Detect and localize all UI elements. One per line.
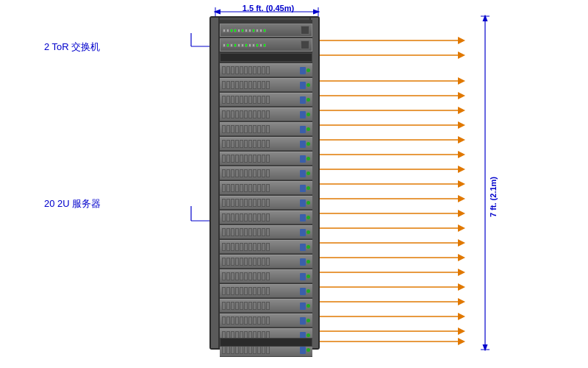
server-unit: [220, 225, 312, 239]
server-unit: [220, 152, 312, 166]
rack-inner-panel: [220, 20, 312, 349]
server-unit: [220, 166, 312, 180]
server-unit: [220, 181, 312, 195]
rack-body: [209, 16, 320, 350]
server-unit: [220, 196, 312, 210]
tor-switch-1: [220, 24, 312, 37]
rack-rail-left: [211, 18, 220, 348]
server-unit: [220, 240, 312, 254]
tor-switch-2: [220, 38, 312, 52]
diagram-container: 1.5 ft. (0.45m) 2 ToR 交换机 20 2U 服务器 7 ft…: [0, 0, 588, 368]
server-unit: [220, 314, 312, 328]
height-dimension-label: 7 ft. (2.1m): [489, 177, 498, 217]
server-unit: [220, 63, 312, 77]
server-unit: [220, 93, 312, 107]
server-unit: [220, 284, 312, 298]
patch-panel: [220, 53, 312, 62]
width-dimension-label: 1.5 ft. (0.45m): [217, 4, 320, 13]
server-unit: [220, 122, 312, 136]
server-label: 20 2U 服务器: [44, 197, 101, 210]
server-unit: [220, 78, 312, 92]
server-unit: [220, 107, 312, 121]
tor-switch-label: 2 ToR 交换机: [44, 40, 100, 54]
server-unit: [220, 255, 312, 269]
server-stack: [220, 63, 312, 357]
server-unit: [220, 210, 312, 224]
server-unit: [220, 269, 312, 283]
server-unit: [220, 137, 312, 151]
cable-management: [220, 338, 312, 347]
server-unit: [220, 299, 312, 313]
